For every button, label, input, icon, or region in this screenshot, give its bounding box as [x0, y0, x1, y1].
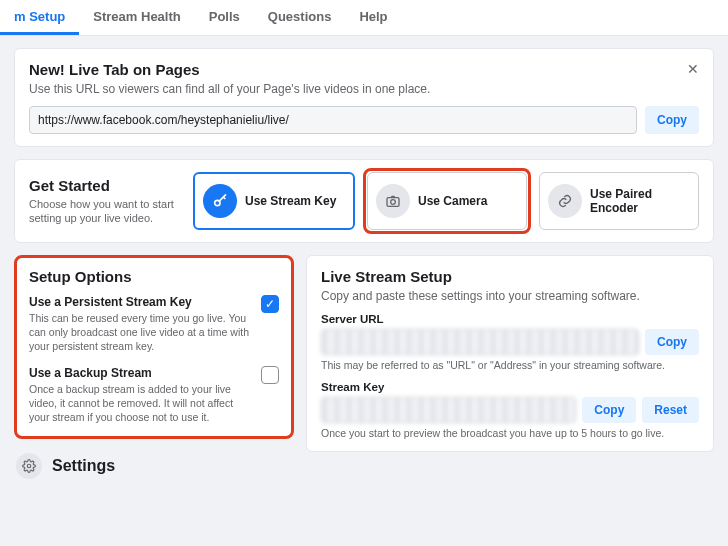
server-url-note: This may be referred to as "URL" or "Add… [321, 359, 699, 371]
backup-stream-checkbox[interactable] [261, 366, 279, 384]
persistent-key-title: Use a Persistent Stream Key [29, 295, 251, 309]
svg-rect-1 [387, 198, 399, 207]
settings-title: Settings [52, 457, 115, 475]
option-use-stream-key[interactable]: Use Stream Key [193, 172, 355, 230]
stream-key-field[interactable] [321, 397, 576, 423]
stream-key-label: Stream Key [321, 381, 699, 393]
reset-stream-key-button[interactable]: Reset [642, 397, 699, 423]
live-tab-url-input[interactable] [29, 106, 637, 134]
top-tabs: m Setup Stream Health Polls Questions He… [0, 0, 728, 36]
option-use-camera[interactable]: Use Camera [367, 172, 527, 230]
live-tab-card: ✕ New! Live Tab on Pages Use this URL so… [14, 48, 714, 147]
camera-icon [376, 184, 410, 218]
option-use-paired-encoder[interactable]: Use Paired Encoder [539, 172, 699, 230]
live-tab-subtitle: Use this URL so viewers can find all of … [29, 82, 699, 96]
tab-stream-setup[interactable]: m Setup [0, 1, 79, 35]
lss-subtitle: Copy and paste these settings into your … [321, 289, 699, 303]
key-icon [203, 184, 237, 218]
option-label: Use Stream Key [245, 194, 336, 208]
copy-server-url-button[interactable]: Copy [645, 329, 699, 355]
svg-point-2 [391, 200, 396, 205]
setup-options-title: Setup Options [29, 268, 279, 285]
option-backup-stream: Use a Backup Stream Once a backup stream… [29, 366, 279, 425]
page-content: ✕ New! Live Tab on Pages Use this URL so… [0, 36, 728, 491]
lss-title: Live Stream Setup [321, 268, 699, 285]
close-icon[interactable]: ✕ [687, 61, 699, 77]
server-url-label: Server URL [321, 313, 699, 325]
tab-stream-health[interactable]: Stream Health [79, 1, 194, 35]
option-label: Use Paired Encoder [590, 187, 690, 216]
persistent-key-checkbox[interactable]: ✓ [261, 295, 279, 313]
stream-key-note: Once you start to preview the broadcast … [321, 427, 699, 439]
get-started-title: Get Started [29, 177, 179, 194]
copy-stream-key-button[interactable]: Copy [582, 397, 636, 423]
server-url-field[interactable] [321, 329, 639, 355]
tab-polls[interactable]: Polls [195, 1, 254, 35]
tab-questions[interactable]: Questions [254, 1, 346, 35]
live-stream-setup-card: Live Stream Setup Copy and paste these s… [306, 255, 714, 452]
option-persistent-stream-key: Use a Persistent Stream Key This can be … [29, 295, 279, 354]
setup-options-panel: Setup Options Use a Persistent Stream Ke… [14, 255, 294, 439]
get-started-card: Get Started Choose how you want to start… [14, 159, 714, 243]
backup-stream-desc: Once a backup stream is added to your li… [29, 382, 251, 425]
option-label: Use Camera [418, 194, 487, 208]
link-icon [548, 184, 582, 218]
get-started-subtitle: Choose how you want to start setting up … [29, 197, 179, 226]
backup-stream-title: Use a Backup Stream [29, 366, 251, 380]
settings-section-header: Settings [14, 449, 294, 479]
live-tab-title: New! Live Tab on Pages [29, 61, 699, 78]
copy-url-button[interactable]: Copy [645, 106, 699, 134]
tab-help[interactable]: Help [345, 1, 401, 35]
persistent-key-desc: This can be reused every time you go liv… [29, 311, 251, 354]
svg-point-3 [27, 464, 31, 468]
gear-icon [16, 453, 42, 479]
